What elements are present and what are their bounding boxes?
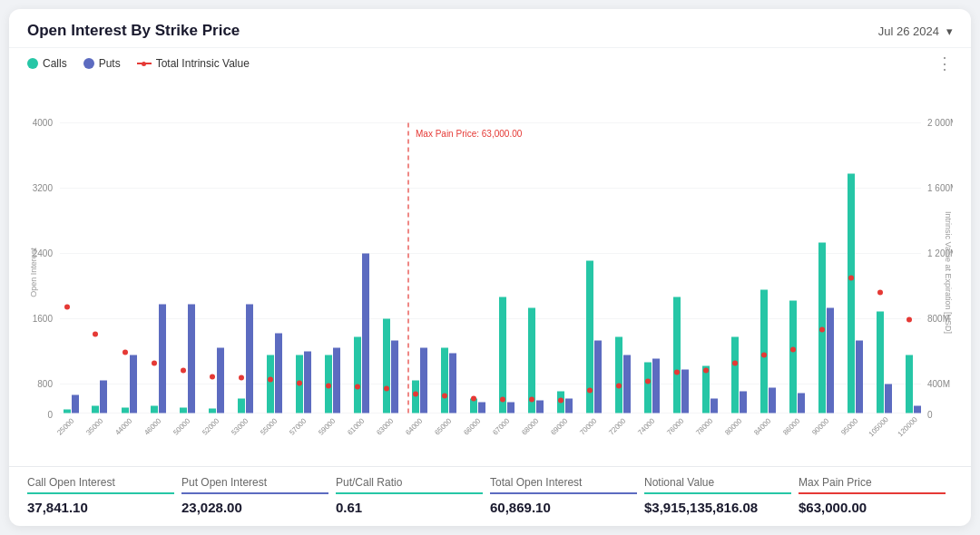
svg-text:0: 0 xyxy=(47,410,53,420)
more-options-button[interactable]: ⋮ xyxy=(936,54,953,73)
svg-text:61000: 61000 xyxy=(346,416,366,436)
svg-rect-27 xyxy=(130,355,137,413)
svg-rect-70 xyxy=(760,290,768,413)
svg-text:25000: 25000 xyxy=(55,416,75,436)
svg-rect-75 xyxy=(827,308,834,413)
svg-point-89 xyxy=(268,377,273,383)
svg-point-108 xyxy=(819,327,825,333)
svg-text:35000: 35000 xyxy=(84,416,104,436)
chevron-down-icon[interactable]: ▾ xyxy=(946,24,953,38)
put-oi-value: 23,028.00 xyxy=(181,500,328,515)
svg-point-95 xyxy=(442,394,447,399)
svg-rect-31 xyxy=(188,305,195,413)
svg-text:46000: 46000 xyxy=(142,416,162,436)
svg-point-86 xyxy=(181,368,186,374)
svg-rect-53 xyxy=(507,403,514,413)
svg-point-109 xyxy=(848,276,854,281)
svg-rect-25 xyxy=(100,381,107,413)
svg-rect-61 xyxy=(623,355,631,413)
svg-point-110 xyxy=(877,290,883,296)
svg-rect-39 xyxy=(304,352,311,413)
call-oi-value: 37,841.10 xyxy=(27,500,174,515)
svg-point-96 xyxy=(471,396,476,402)
svg-text:57000: 57000 xyxy=(288,416,308,436)
svg-point-100 xyxy=(587,388,593,394)
svg-rect-59 xyxy=(594,341,602,413)
svg-text:63000: 63000 xyxy=(375,416,395,436)
svg-point-87 xyxy=(210,374,215,380)
svg-point-93 xyxy=(384,386,389,392)
svg-text:66000: 66000 xyxy=(462,416,482,436)
svg-text:65000: 65000 xyxy=(433,416,453,436)
legend-calls: Calls xyxy=(27,57,67,70)
svg-rect-77 xyxy=(856,341,863,413)
legend: Calls Puts Total Intrinsic Value xyxy=(27,57,936,70)
legend-intrinsic: Total Intrinsic Value xyxy=(137,57,250,70)
svg-point-103 xyxy=(674,370,680,375)
svg-rect-71 xyxy=(769,388,776,413)
calls-dot xyxy=(27,58,38,69)
notional-value: $3,915,135,816.08 xyxy=(644,500,791,515)
svg-rect-35 xyxy=(246,305,253,413)
svg-text:44000: 44000 xyxy=(113,416,133,436)
svg-rect-80 xyxy=(906,355,913,413)
ratio-value: 0.61 xyxy=(336,500,483,515)
svg-text:50000: 50000 xyxy=(172,416,191,436)
svg-text:120000: 120000 xyxy=(897,415,920,439)
svg-rect-44 xyxy=(383,319,390,413)
svg-rect-36 xyxy=(267,355,274,413)
svg-rect-41 xyxy=(333,348,340,413)
svg-point-91 xyxy=(326,384,331,389)
svg-rect-29 xyxy=(159,305,166,413)
svg-text:74000: 74000 xyxy=(636,416,656,436)
svg-rect-63 xyxy=(652,359,660,413)
svg-rect-33 xyxy=(217,348,224,413)
svg-text:95000: 95000 xyxy=(839,416,859,436)
svg-point-98 xyxy=(529,397,534,403)
ratio-stat: Put/Call Ratio 0.61 xyxy=(336,476,490,515)
svg-text:70000: 70000 xyxy=(578,416,598,436)
svg-text:Open Interest: Open Interest xyxy=(29,248,38,297)
call-oi-label: Call Open Interest xyxy=(27,476,174,494)
svg-rect-47 xyxy=(420,348,427,413)
total-oi-value: 60,869.10 xyxy=(490,500,637,515)
call-oi-stat: Call Open Interest 37,841.10 xyxy=(27,476,181,515)
svg-point-84 xyxy=(122,350,128,355)
svg-rect-69 xyxy=(740,392,747,413)
svg-text:0: 0 xyxy=(927,410,933,420)
puts-dot xyxy=(83,58,94,69)
svg-text:400M: 400M xyxy=(927,379,950,389)
svg-rect-26 xyxy=(122,408,129,413)
svg-rect-73 xyxy=(798,394,805,413)
svg-text:Max Pain Price: 63,000.00: Max Pain Price: 63,000.00 xyxy=(416,129,523,139)
svg-rect-60 xyxy=(615,337,622,413)
svg-rect-45 xyxy=(391,341,398,413)
total-oi-label: Total Open Interest xyxy=(490,476,637,494)
svg-rect-78 xyxy=(877,312,884,413)
svg-point-102 xyxy=(645,379,651,384)
svg-rect-34 xyxy=(238,399,245,413)
svg-rect-52 xyxy=(499,297,506,413)
svg-rect-57 xyxy=(565,399,573,413)
chart-title: Open Interest By Strike Price xyxy=(27,22,240,40)
svg-point-101 xyxy=(616,384,622,389)
svg-text:72000: 72000 xyxy=(607,416,627,436)
date-label: Jul 26 2024 xyxy=(878,24,939,38)
chart-card: Open Interest By Strike Price Jul 26 202… xyxy=(9,9,971,526)
svg-point-92 xyxy=(355,384,360,390)
chart-area: 4000 3200 2400 1600 800 0 2 000M 1 600M … xyxy=(9,73,971,466)
svg-point-107 xyxy=(790,347,796,353)
svg-text:1 600M: 1 600M xyxy=(927,183,953,193)
main-chart-svg: 4000 3200 2400 1600 800 0 2 000M 1 600M … xyxy=(27,81,953,464)
svg-rect-62 xyxy=(644,363,652,413)
svg-text:68000: 68000 xyxy=(520,416,540,436)
svg-text:53000: 53000 xyxy=(230,416,250,436)
svg-text:105000: 105000 xyxy=(867,415,891,439)
header-right: Jul 26 2024 ▾ xyxy=(878,24,953,38)
svg-text:90000: 90000 xyxy=(810,416,830,436)
svg-rect-49 xyxy=(449,354,456,413)
svg-text:52000: 52000 xyxy=(201,416,220,436)
svg-point-105 xyxy=(732,361,738,366)
svg-text:84000: 84000 xyxy=(752,416,772,436)
svg-rect-81 xyxy=(914,406,921,413)
